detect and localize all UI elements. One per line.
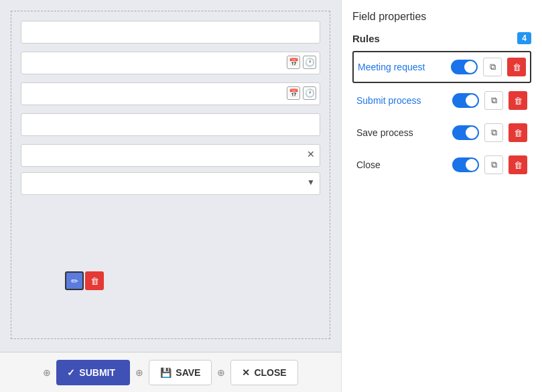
form-field-3-input[interactable] [21, 82, 320, 105]
form-field-5-input[interactable] [21, 144, 320, 167]
rule-row-save-process: Save process ⧉ 🗑 [352, 118, 531, 147]
dropdown-arrow-icon[interactable]: ▼ [307, 178, 315, 187]
rule-name-save-process[interactable]: Save process [356, 127, 447, 138]
rule-row-meeting-request: Meeting request ⧉ 🗑 [352, 51, 531, 83]
form-inner: 📅 🕐 📅 🕐 ✕ ▼ [11, 11, 330, 339]
rules-label: Rules [352, 33, 380, 44]
rule-delete-meeting-request[interactable]: 🗑 [507, 58, 526, 76]
rule-delete-submit-process[interactable]: 🗑 [509, 91, 527, 110]
field-delete-button[interactable]: 🗑 [85, 271, 104, 290]
rule-toggle-submit-process[interactable] [452, 93, 479, 108]
field-edit-button[interactable]: ✏ [65, 271, 84, 290]
rules-header: Rules 4 [352, 32, 531, 44]
clock-icon-2[interactable]: 🕐 [303, 86, 316, 100]
main-container: 📅 🕐 📅 🕐 ✕ ▼ [0, 0, 542, 392]
rule-delete-save-process[interactable]: 🗑 [509, 123, 527, 142]
calendar-icon[interactable]: 📅 [287, 56, 300, 69]
form-field-2: 📅 🕐 [21, 52, 320, 74]
close-label: CLOSE [254, 367, 286, 378]
form-field-2-input[interactable] [21, 52, 320, 74]
submit-check-icon: ✓ [67, 367, 75, 378]
close-x-icon: ✕ [242, 367, 250, 378]
panel-title: Field properties [352, 11, 531, 23]
clock-icon[interactable]: 🕐 [303, 56, 316, 69]
rules-badge: 4 [517, 32, 531, 44]
rule-delete-close[interactable]: 🗑 [509, 155, 527, 174]
rule-copy-meeting-request[interactable]: ⧉ [483, 58, 502, 76]
save-button[interactable]: 💾 SAVE [149, 360, 212, 385]
rule-copy-save-process[interactable]: ⧉ [484, 123, 503, 142]
form-field-3: 📅 🕐 [21, 82, 320, 105]
form-edit-buttons: ✏ 🗑 [65, 271, 104, 290]
clear-icon[interactable]: ✕ [307, 149, 315, 159]
bottom-toolbar: ⊕ ✓ SUBMIT ⊕ 💾 SAVE ⊕ ✕ CLOSE [0, 352, 341, 392]
rule-toggle-close[interactable] [452, 157, 479, 172]
rule-toggle-save-process[interactable] [452, 125, 479, 140]
save-drag-handle[interactable]: ⊕ [135, 367, 143, 378]
form-field-5: ✕ [21, 144, 320, 167]
form-field-6: ▼ [21, 172, 320, 195]
close-button[interactable]: ✕ CLOSE [230, 360, 297, 385]
form-field-3-icons: 📅 🕐 [287, 86, 316, 100]
save-label: SAVE [176, 367, 200, 378]
rule-row-close: Close ⧉ 🗑 [352, 150, 531, 180]
form-area: 📅 🕐 📅 🕐 ✕ ▼ [0, 0, 341, 392]
rule-name-submit-process[interactable]: Submit process [356, 95, 447, 106]
form-field-6-input[interactable] [21, 172, 320, 195]
save-icon: 💾 [160, 367, 172, 378]
submit-label: SUBMIT [79, 367, 115, 378]
rule-copy-close[interactable]: ⧉ [484, 155, 503, 174]
right-panel: Field properties Rules 4 Meeting request… [341, 0, 542, 392]
rule-row-submit-process: Submit process ⧉ 🗑 [352, 86, 531, 115]
form-field-2-icons: 📅 🕐 [287, 56, 316, 69]
rule-name-close[interactable]: Close [356, 159, 447, 170]
rule-name-meeting-request[interactable]: Meeting request [358, 62, 446, 72]
rule-toggle-meeting-request[interactable] [451, 60, 478, 74]
calendar-icon-2[interactable]: 📅 [287, 86, 300, 100]
submit-button[interactable]: ✓ SUBMIT [56, 360, 130, 385]
submit-drag-handle[interactable]: ⊕ [43, 367, 51, 378]
rule-copy-submit-process[interactable]: ⧉ [484, 91, 503, 110]
form-field-4[interactable] [21, 113, 320, 136]
form-field-1[interactable] [21, 21, 320, 44]
close-drag-handle[interactable]: ⊕ [217, 367, 225, 378]
